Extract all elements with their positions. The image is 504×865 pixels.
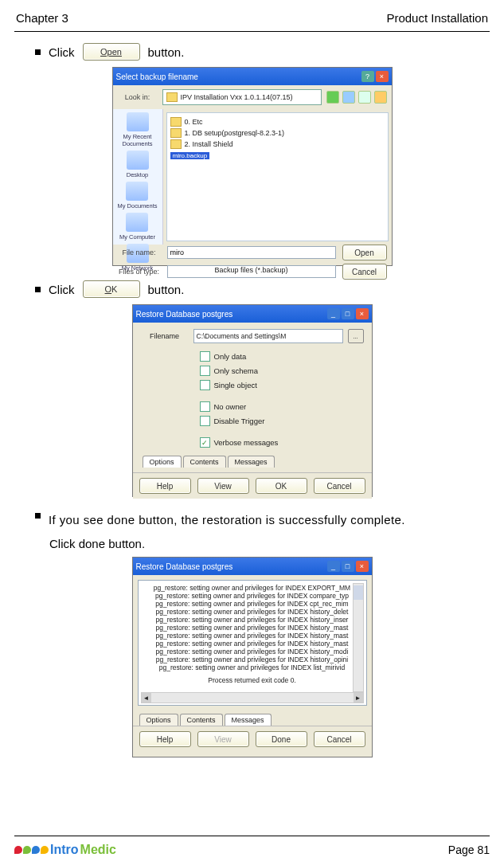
file-listing[interactable]: 0. Etc 1. DB setup(postgresql-8.2.3-1) 2… — [166, 112, 389, 241]
cancel-button[interactable]: Cancel — [314, 478, 365, 494]
logo-text-b: Medic — [80, 843, 116, 857]
logo-text-a: Intro — [50, 843, 79, 857]
lookin-label: Look in: — [118, 93, 158, 101]
newfolder-icon[interactable] — [358, 91, 371, 104]
tab-messages[interactable]: Messages — [225, 714, 272, 726]
tab-messages[interactable]: Messages — [228, 456, 275, 468]
checkbox-no-owner[interactable] — [200, 401, 210, 412]
dialog-title: Select backup filename — [116, 72, 198, 81]
up-icon[interactable] — [342, 91, 355, 104]
checkbox-verbose[interactable]: ✓ — [200, 437, 210, 448]
page-number: Page 81 — [448, 843, 490, 856]
button-suffix: button. — [148, 283, 185, 296]
chapter-label: Chapter 3 — [16, 11, 68, 25]
cancel-button[interactable]: Cancel — [314, 731, 365, 747]
lookin-combo[interactable]: IPV Installation Vxx 1.0.1.14(07.15) — [162, 89, 322, 105]
maximize-icon[interactable]: □ — [342, 561, 354, 572]
place-recent[interactable]: My Recent Documents — [113, 112, 162, 147]
bullet-icon — [35, 513, 41, 519]
back-icon[interactable] — [326, 91, 339, 104]
place-desktop[interactable]: Desktop — [127, 151, 149, 178]
folder-icon — [166, 92, 178, 102]
scrollbar-horizontal[interactable]: ◄► — [141, 692, 364, 703]
footer-divider — [14, 836, 490, 836]
restore-options-dialog: Restore Database postgres _ □ × Filename… — [132, 304, 373, 497]
logo-icon — [14, 846, 49, 854]
logo: IntroMedic — [14, 843, 116, 857]
place-mycomputer[interactable]: My Computer — [119, 213, 155, 241]
restore-messages-dialog: Restore Database postgres _ □ × pg_resto… — [132, 557, 373, 757]
minimize-icon[interactable]: _ — [327, 308, 340, 319]
bullet-icon — [35, 49, 41, 55]
done-line-2: Click done button. — [14, 537, 490, 550]
help-button[interactable]: Help — [139, 731, 191, 747]
ok-button-graphic: OK — [83, 280, 140, 298]
filetype-label: Files of type: — [118, 268, 161, 276]
folder-icon — [170, 128, 182, 138]
step-click-ok: Click OK button. — [14, 280, 490, 298]
tab-options[interactable]: Options — [143, 456, 182, 468]
places-bar: My Recent Documents Desktop My Documents… — [113, 109, 163, 245]
dialog-title: Restore Database postgres — [136, 310, 233, 319]
open-button-graphic: Open — [83, 43, 140, 61]
file-open-dialog: Select backup filename ? × Look in: IPV … — [112, 67, 393, 266]
scrollbar-vertical[interactable] — [353, 583, 364, 692]
filetype-combo[interactable]: Backup files (*.backup) — [167, 265, 336, 278]
filename-input[interactable] — [167, 246, 336, 259]
maximize-icon[interactable]: □ — [342, 308, 354, 319]
folder-icon — [170, 139, 182, 149]
help-button[interactable]: Help — [139, 478, 191, 494]
views-icon[interactable] — [374, 91, 387, 104]
selected-file[interactable]: miro.backup — [170, 152, 210, 159]
header-divider — [14, 31, 490, 32]
step-click-open: Click Open button. — [14, 43, 490, 61]
step-done: If you see done button, the restoration … — [14, 508, 490, 532]
ok-button[interactable]: OK — [256, 478, 307, 494]
folder-icon — [170, 117, 182, 127]
messages-pane[interactable]: pg_restore: setting owner and privileges… — [138, 580, 367, 706]
file-cancel-button[interactable]: Cancel — [342, 264, 387, 280]
filename-field[interactable]: C:\Documents and Settings\M — [193, 329, 343, 343]
button-suffix: button. — [148, 45, 185, 59]
checkbox-disable-trigger[interactable] — [200, 416, 210, 426]
tab-contents[interactable]: Contents — [180, 714, 223, 726]
place-mydocs[interactable]: My Documents — [117, 182, 157, 209]
click-prefix: Click — [49, 45, 75, 59]
minimize-icon[interactable]: _ — [327, 561, 340, 572]
open-button-label: Open — [100, 47, 122, 57]
browse-button[interactable]: ... — [348, 329, 364, 343]
filename-label: File name: — [118, 249, 161, 256]
checkbox-single-object[interactable] — [200, 380, 210, 390]
close-icon[interactable]: × — [356, 308, 369, 319]
tab-options[interactable]: Options — [139, 714, 178, 726]
checkbox-only-data[interactable] — [200, 351, 210, 362]
filename-label: Filename — [141, 332, 189, 340]
close-icon[interactable]: × — [356, 561, 369, 572]
dialog-title: Restore Database postgres — [136, 562, 233, 571]
view-button-disabled: View — [197, 731, 249, 747]
ok-button-label: OK — [105, 284, 118, 294]
section-label: Product Installation — [386, 11, 488, 25]
view-button[interactable]: View — [197, 478, 249, 494]
checkbox-only-schema[interactable] — [200, 366, 210, 376]
tab-contents[interactable]: Contents — [183, 456, 226, 468]
process-exit-line: Process returned exit code 0. — [142, 676, 363, 684]
done-button[interactable]: Done — [256, 731, 307, 747]
lookin-value: IPV Installation Vxx 1.0.1.14(07.15) — [181, 93, 293, 101]
done-line-1: If you see done button, the restoration … — [49, 513, 405, 526]
help-icon[interactable]: ? — [361, 71, 374, 82]
click-prefix: Click — [49, 283, 75, 296]
close-icon[interactable]: × — [376, 71, 389, 82]
file-open-button[interactable]: Open — [342, 245, 387, 260]
bullet-icon — [35, 287, 41, 292]
